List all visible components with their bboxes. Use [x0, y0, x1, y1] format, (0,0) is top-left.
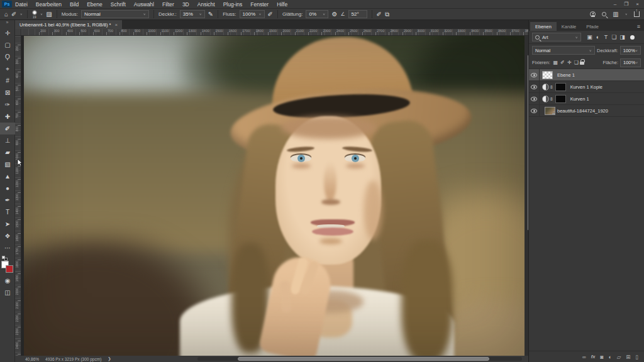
layer-row[interactable]: 8Kurven 1 Kopie	[529, 81, 644, 93]
lasso-tool[interactable]: Ϙ	[0, 51, 15, 63]
visibility-cell[interactable]	[529, 81, 540, 92]
tab-pfade[interactable]: Pfade	[581, 22, 604, 31]
new-layer-icon[interactable]: ⊞	[626, 354, 630, 360]
layer-thumbnail[interactable]	[545, 107, 555, 115]
layer-row[interactable]: 8Kurven 1	[529, 93, 644, 105]
share-image-icon[interactable]	[634, 11, 640, 17]
brush-settings-panel-icon[interactable]: ▨	[46, 11, 52, 18]
close-button[interactable]: ×	[636, 1, 639, 7]
visibility-cell[interactable]	[529, 93, 540, 104]
tool-preset-icon[interactable]: ✐	[11, 11, 16, 18]
zoom-level-field[interactable]: 40,86%	[25, 357, 39, 361]
filter-toggle-icon[interactable]	[630, 35, 635, 40]
filter-type-layers-icon[interactable]: T	[602, 34, 610, 40]
menu-bild[interactable]: Bild	[70, 1, 79, 8]
eraser-tool[interactable]: ▰	[0, 146, 15, 158]
link-layers-icon[interactable]: ∞	[582, 354, 586, 360]
layer-blend-mode-select[interactable]: Normal ∨	[532, 46, 595, 55]
move-tool[interactable]: ✛	[0, 27, 15, 39]
restore-button[interactable]: ❐	[624, 1, 628, 7]
blur-tool[interactable]: ●	[0, 182, 15, 194]
menu-bearbeiten[interactable]: Bearbeiten	[36, 1, 62, 8]
layer-fill-select[interactable]: 100% ∨	[620, 58, 641, 67]
menu-3d[interactable]: 3D	[182, 1, 189, 8]
panel-menu-icon[interactable]: ≡	[633, 23, 644, 31]
pressure-size-icon[interactable]: ✐	[377, 11, 382, 18]
lock-position-icon[interactable]: ✛	[566, 60, 573, 65]
layer-row[interactable]: beautiful-1844724_1920	[529, 105, 644, 117]
gradient-tool[interactable]: ▧	[0, 158, 15, 170]
add-layer-mask-icon[interactable]: ◙	[600, 354, 603, 360]
marquee-tool[interactable]: ▢	[0, 39, 15, 51]
filter-type-select[interactable]: Art ∨	[532, 33, 581, 41]
photo-document[interactable]	[24, 36, 525, 356]
filter-smart-objects-icon[interactable]: ◨	[618, 34, 626, 40]
crop-tool[interactable]: #	[0, 75, 15, 87]
status-chevron-icon[interactable]: ❯	[108, 356, 111, 361]
document-tab[interactable]: Unbenannt-1 bei 40,9% (Ebene 1, RGB/8) *…	[15, 20, 122, 29]
opacity-select[interactable]: 35% ∨	[180, 10, 205, 18]
filter-adjustment-layers-icon[interactable]: ◐	[594, 34, 602, 40]
path-selection-tool[interactable]: ➤	[0, 218, 15, 230]
dodge-tool[interactable]: ▲	[0, 170, 15, 182]
lock-pixels-icon[interactable]: ✐	[559, 60, 566, 65]
canvas-viewport[interactable]	[21, 36, 528, 356]
search-icon[interactable]	[602, 12, 606, 16]
airbrush-icon[interactable]: ✐	[268, 11, 273, 18]
vertical-ruler[interactable]: 2003004005006007008009001000110012001300…	[15, 36, 21, 356]
menu-schrift[interactable]: Schrift	[111, 1, 126, 8]
flow-select[interactable]: 100% ∨	[240, 10, 265, 18]
gear-icon[interactable]: ⚙	[331, 11, 337, 18]
ruler-origin-corner[interactable]	[15, 29, 21, 36]
filter-shape-layers-icon[interactable]: ❏	[610, 34, 618, 40]
toolbar-collapse-icon[interactable]: »	[0, 20, 14, 27]
blend-mode-select[interactable]: Normal ∨	[81, 10, 149, 18]
layer-opacity-select[interactable]: 100% ∨	[620, 46, 641, 55]
brush-tool[interactable]: ✐	[0, 123, 15, 134]
lock-artboard-icon[interactable]: ❏	[573, 60, 580, 65]
lock-transparency-icon[interactable]: ▦	[552, 60, 559, 65]
new-group-icon[interactable]: ▱	[617, 354, 621, 360]
visibility-cell[interactable]	[529, 69, 540, 80]
layer-style-icon[interactable]: fx	[591, 354, 596, 359]
home-icon[interactable]: ⌂	[4, 11, 8, 18]
visibility-cell[interactable]	[529, 105, 540, 116]
edit-toolbar[interactable]: ⋯	[0, 242, 15, 254]
type-tool[interactable]: T	[0, 206, 15, 218]
workspace-switcher-icon[interactable]: ▥	[613, 11, 618, 18]
object-selection-tool[interactable]: ⌖	[0, 63, 15, 75]
smoothing-select[interactable]: 0% ∨	[306, 10, 328, 18]
menu-filter[interactable]: Filter	[162, 1, 174, 8]
close-tab-icon[interactable]: ×	[115, 22, 118, 28]
canvas-horizontal-scrollbar[interactable]	[197, 357, 522, 361]
menu-auswahl[interactable]: Auswahl	[134, 1, 154, 8]
tab-ebenen[interactable]: Ebenen	[530, 22, 557, 31]
menu-ansicht[interactable]: Ansicht	[197, 1, 215, 8]
menu-datei[interactable]: Datei	[15, 1, 28, 8]
layer-row[interactable]: Ebene 1	[529, 69, 644, 81]
background-color-swatch[interactable]	[6, 265, 13, 273]
minimize-button[interactable]: –	[614, 1, 616, 7]
layer-mask-thumbnail[interactable]	[555, 83, 566, 91]
pen-tool[interactable]: ✒	[0, 194, 15, 206]
horizontal-scrollbar-thumb[interactable]	[238, 357, 489, 361]
layer-thumbnail[interactable]	[542, 71, 553, 79]
menu-fenster[interactable]: Fenster	[250, 1, 269, 8]
filter-pixel-layers-icon[interactable]: ▣	[586, 34, 594, 40]
pressure-opacity-icon[interactable]: ✎	[208, 11, 213, 18]
paint-symmetry-icon[interactable]: ⧉	[385, 11, 389, 18]
custom-shape-tool[interactable]: ❖	[0, 230, 15, 242]
tab-kanle[interactable]: Kanäle	[557, 22, 581, 31]
menu-ebene[interactable]: Ebene	[87, 1, 103, 8]
curves-adjustment-icon[interactable]	[542, 84, 549, 90]
lock-all-icon[interactable]	[580, 62, 584, 65]
menu-plug-ins[interactable]: Plug-ins	[223, 1, 243, 8]
menu-hilfe[interactable]: Hilfe	[277, 1, 287, 8]
account-icon[interactable]	[590, 11, 596, 17]
layer-mask-thumbnail[interactable]	[555, 95, 566, 103]
healing-brush-tool[interactable]: ✚	[0, 111, 15, 123]
eyedropper-tool[interactable]: ✑	[0, 99, 15, 111]
brush-preset-picker[interactable]: 19	[32, 10, 37, 18]
screen-mode-button[interactable]: ◫	[0, 287, 15, 299]
delete-layer-icon[interactable]: ▯	[635, 354, 638, 360]
